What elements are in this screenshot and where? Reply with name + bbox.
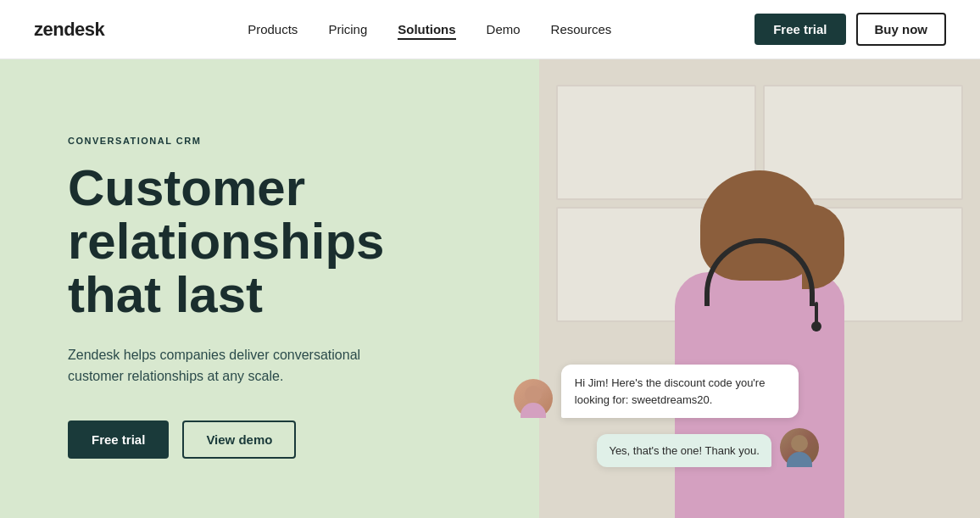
hero-image-area: Hi Jim! Here's the discount code you're … — [539, 59, 980, 518]
agent-avatar — [514, 379, 553, 418]
hero-title: Customer relationships that last — [68, 161, 390, 321]
nav-item-demo[interactable]: Demo — [487, 22, 521, 37]
user-avatar — [780, 428, 819, 467]
hero-buttons: Free trial View demo — [68, 421, 539, 459]
chat-message-2: Yes, that's the one! Thank you. — [514, 428, 819, 467]
hero-content: CONVERSATIONAL CRM Customer relationship… — [0, 59, 539, 518]
nav-item-solutions[interactable]: Solutions — [398, 22, 455, 37]
nav-item-pricing[interactable]: Pricing — [328, 22, 367, 37]
hero-section: CONVERSATIONAL CRM Customer relationship… — [0, 59, 980, 518]
navbar: zendesk Products Pricing Solutions Demo … — [0, 0, 980, 59]
chat-overlay: Hi Jim! Here's the discount code you're … — [514, 365, 819, 467]
chat-bubble-user: Yes, that's the one! Thank you. — [597, 434, 771, 468]
hero-view-demo-button[interactable]: View demo — [182, 421, 296, 459]
chat-message-1: Hi Jim! Here's the discount code you're … — [514, 365, 819, 418]
navbar-actions: Free trial Buy now — [754, 13, 946, 46]
nav-buy-now-button[interactable]: Buy now — [856, 13, 947, 46]
nav-item-resources[interactable]: Resources — [551, 22, 612, 37]
nav-menu: Products Pricing Solutions Demo Resource… — [248, 22, 611, 37]
hero-free-trial-button[interactable]: Free trial — [68, 421, 169, 459]
brand-logo[interactable]: zendesk — [34, 19, 104, 41]
hero-subtitle: Zendesk helps companies deliver conversa… — [68, 345, 373, 387]
nav-free-trial-button[interactable]: Free trial — [754, 14, 845, 45]
chat-bubble-agent: Hi Jim! Here's the discount code you're … — [561, 365, 799, 418]
nav-item-products[interactable]: Products — [248, 22, 298, 37]
headset-mic — [815, 302, 818, 331]
hero-eyebrow: CONVERSATIONAL CRM — [68, 136, 539, 146]
